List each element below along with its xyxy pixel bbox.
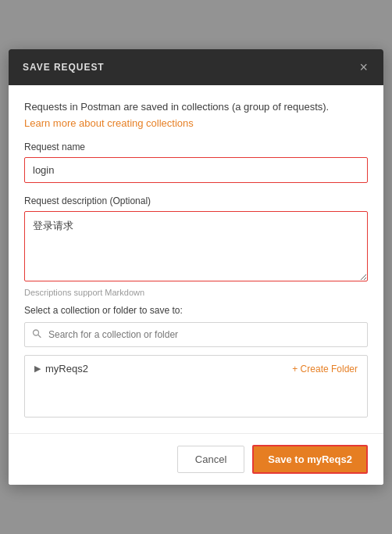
request-name-input[interactable] — [24, 157, 368, 183]
modal-header: SAVE REQUEST × — [9, 49, 383, 85]
chevron-right-icon: ▶ — [34, 364, 41, 374]
collection-item-left: ▶ myReqs2 — [34, 363, 88, 375]
request-description-input[interactable]: 登录请求 — [24, 211, 368, 281]
collection-list: ▶ myReqs2 + Create Folder — [24, 355, 368, 418]
collection-section-label: Select a collection or folder to save to… — [24, 305, 368, 316]
modal-body: Requests in Postman are saved in collect… — [9, 85, 383, 434]
cancel-button[interactable]: Cancel — [177, 446, 244, 473]
close-button[interactable]: × — [358, 60, 369, 74]
request-name-label: Request name — [24, 142, 368, 152]
markdown-note: Descriptions support Markdown — [24, 288, 368, 297]
collection-name: myReqs2 — [45, 363, 88, 375]
modal-overlay: SAVE REQUEST × Requests in Postman are s… — [0, 0, 392, 534]
collection-item[interactable]: ▶ myReqs2 + Create Folder — [25, 356, 367, 382]
modal-title: SAVE REQUEST — [23, 62, 105, 73]
save-request-modal: SAVE REQUEST × Requests in Postman are s… — [9, 49, 383, 486]
save-button[interactable]: Save to myReqs2 — [252, 445, 368, 474]
collection-search-input[interactable] — [24, 322, 368, 347]
learn-more-link[interactable]: Learn more about creating collections — [24, 117, 194, 129]
create-folder-button[interactable]: + Create Folder — [292, 364, 358, 375]
search-container — [24, 322, 368, 347]
info-text: Requests in Postman are saved in collect… — [24, 99, 368, 115]
request-description-label: Request description (Optional) — [24, 195, 368, 206]
modal-footer: Cancel Save to myReqs2 — [9, 433, 383, 485]
